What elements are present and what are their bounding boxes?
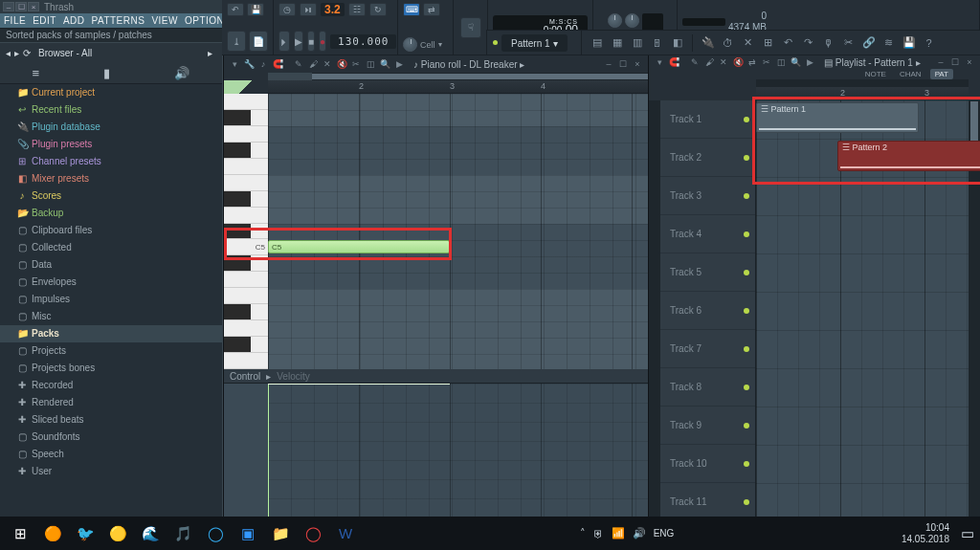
pl-marker-gutter[interactable]: [649, 100, 660, 521]
stop-button[interactable]: ■: [307, 31, 315, 52]
pr-slice-icon[interactable]: ✂: [349, 57, 363, 71]
pr-snap-icon[interactable]: 🧲: [271, 57, 284, 71]
pr-timeline-ruler[interactable]: 2 3 4: [268, 80, 648, 94]
pl-zoom-icon[interactable]: 🔍: [789, 55, 802, 69]
play-button[interactable]: ▶: [294, 31, 303, 52]
browser-back-icon[interactable]: ◂: [6, 48, 11, 58]
render-icon[interactable]: ⤓: [227, 31, 246, 52]
pr-draw-icon[interactable]: ✎: [292, 57, 305, 71]
redo-icon[interactable]: ↷: [799, 33, 817, 52]
pl-mute-icon[interactable]: 🔇: [731, 55, 745, 69]
menu-patterns[interactable]: PATTERNS: [92, 15, 145, 26]
tray-network-icon[interactable]: ⛨: [593, 528, 604, 539]
pr-horizontal-scrollbar[interactable]: [312, 73, 648, 80]
playlist-grid[interactable]: ☰ Pattern 1☰ Pattern 2: [756, 100, 969, 521]
plugin-picker-icon[interactable]: 🔌: [699, 33, 717, 52]
track-header[interactable]: Track 3: [660, 177, 755, 215]
pl-select-icon[interactable]: ◫: [774, 55, 788, 69]
track-header[interactable]: Track 7: [660, 330, 755, 368]
scripting-icon[interactable]: ≋: [880, 33, 898, 52]
cut-icon[interactable]: ✂: [839, 33, 858, 52]
track-header[interactable]: Track 5: [660, 253, 755, 292]
pr-tool-icon[interactable]: 🔧: [242, 57, 256, 71]
metronome-icon[interactable]: ◷: [278, 3, 296, 16]
undo-icon[interactable]: ↶: [779, 33, 797, 52]
minimize-icon[interactable]: –: [3, 2, 14, 11]
export-icon[interactable]: 📄: [249, 31, 268, 52]
pr-maximize-icon[interactable]: ☐: [616, 57, 630, 71]
pl-playback-icon[interactable]: ▶: [803, 55, 816, 69]
countdown-icon[interactable]: ☷: [348, 3, 366, 16]
menu-file[interactable]: FILE: [4, 15, 26, 26]
snap-dropdown-icon[interactable]: ▾: [438, 40, 442, 49]
notifications-icon[interactable]: ▭: [959, 519, 976, 548]
browser-refresh-icon[interactable]: ⟳: [23, 48, 31, 58]
save-icon[interactable]: 💾: [247, 3, 264, 16]
midi-note[interactable]: C5: [268, 240, 450, 253]
one-click-rec-icon[interactable]: 🎙: [819, 33, 837, 52]
track-header[interactable]: Track 2: [660, 139, 755, 177]
pl-minimize-icon[interactable]: –: [934, 55, 947, 69]
tempo-display[interactable]: 130.000: [330, 34, 396, 49]
playlist-clip[interactable]: ☰ Pattern 1: [756, 102, 919, 133]
touch-icon[interactable]: ☟: [460, 17, 481, 38]
track-header[interactable]: Track 9: [660, 407, 755, 445]
menu-edit[interactable]: EDIT: [33, 15, 56, 26]
browser-cat-all-icon[interactable]: ≡: [33, 66, 40, 80]
overdub-icon[interactable]: ↻: [369, 3, 387, 16]
pr-playback-icon[interactable]: ▶: [392, 57, 406, 71]
taskbar-app-2-icon[interactable]: 🐦: [69, 519, 101, 548]
track-header[interactable]: Track 4: [660, 215, 755, 253]
sync-icon[interactable]: ⏵: [278, 31, 290, 52]
pl-horizontal-scrollbar[interactable]: [756, 79, 969, 87]
taskbar-app-3-icon[interactable]: 🟡: [101, 519, 134, 548]
pr-minimize-icon[interactable]: –: [602, 57, 615, 71]
master-volume-knob[interactable]: [608, 13, 622, 28]
step-edit-icon[interactable]: ⇄: [423, 3, 440, 16]
master-pitch-knob[interactable]: [625, 13, 639, 28]
browser-cat-folder-icon[interactable]: ▮: [103, 66, 110, 80]
picker-tab-note[interactable]: NOTE: [860, 69, 891, 79]
pl-menu-icon[interactable]: ▾: [653, 55, 666, 69]
browser-shortcut-icon[interactable]: ◧: [668, 33, 686, 52]
pr-paint-icon[interactable]: 🖌: [306, 57, 320, 71]
maximize-icon[interactable]: ☐: [15, 2, 27, 11]
taskbar-app-4-icon[interactable]: 🌊: [134, 519, 167, 548]
piano-roll-grid[interactable]: C5: [268, 94, 648, 369]
tempo-tapper-icon[interactable]: ⏱: [719, 33, 737, 52]
pl-paint-icon[interactable]: 🖌: [702, 55, 716, 69]
mixer-shortcut-icon[interactable]: 🎚: [648, 33, 666, 52]
about-icon[interactable]: ?: [920, 33, 938, 52]
start-menu-icon[interactable]: ⊞: [4, 519, 36, 548]
velocity-editor[interactable]: [224, 383, 648, 517]
pr-close-icon[interactable]: ×: [631, 57, 644, 71]
tray-volume-icon[interactable]: 🔊: [633, 527, 646, 539]
taskbar-app-10-icon[interactable]: W: [329, 519, 362, 548]
taskbar-app-8-icon[interactable]: 📁: [264, 519, 297, 548]
pr-stamp-icon[interactable]: ♪: [256, 57, 270, 71]
taskbar-app-5-icon[interactable]: 🎵: [167, 519, 199, 548]
pr-mute-icon[interactable]: 🔇: [335, 57, 348, 71]
tray-chevron-icon[interactable]: ˄: [580, 527, 586, 539]
menu-view[interactable]: VIEW: [151, 15, 178, 26]
close-windows-icon[interactable]: ✕: [739, 33, 757, 52]
playlist-shortcut-icon[interactable]: ▤: [588, 33, 606, 52]
language-indicator[interactable]: ENG: [654, 528, 675, 539]
velocity-bar[interactable]: [268, 384, 269, 517]
wait-icon[interactable]: ⏯: [300, 3, 317, 16]
pr-delete-icon[interactable]: ✕: [321, 57, 334, 71]
picker-tab-chan[interactable]: CHAN: [895, 69, 926, 79]
taskbar-app-9-icon[interactable]: ◯: [297, 519, 329, 548]
pl-maximize-icon[interactable]: ☐: [948, 55, 962, 69]
record-button[interactable]: ●: [319, 31, 326, 52]
link-icon[interactable]: 🔗: [859, 33, 878, 52]
taskbar-app-6-icon[interactable]: ◯: [199, 519, 232, 548]
control-label-strip[interactable]: Control ▸ Velocity: [224, 369, 648, 383]
pl-close-icon[interactable]: ×: [963, 55, 976, 69]
taskbar-app-1-icon[interactable]: 🟠: [36, 519, 69, 548]
system-clock[interactable]: 10:04 14.05.2018: [902, 522, 959, 545]
swing-knob[interactable]: [403, 37, 417, 52]
pr-menu-icon[interactable]: ▾: [228, 57, 241, 71]
pl-slice-icon[interactable]: ✂: [760, 55, 773, 69]
track-header[interactable]: Track 11: [660, 483, 755, 521]
